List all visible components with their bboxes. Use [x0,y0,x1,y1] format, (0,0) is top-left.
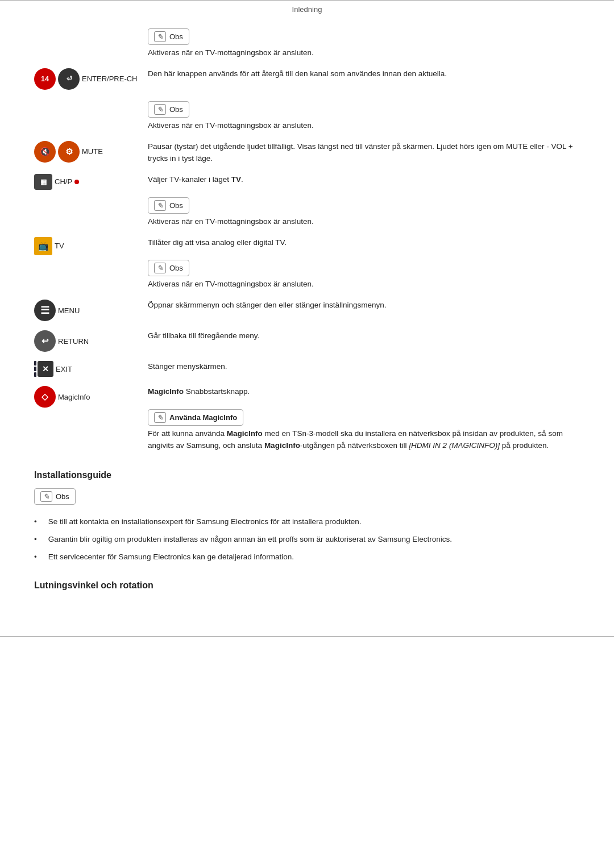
bullet-text-3: Ett servicecenter för Samsung Electronic… [48,551,294,563]
bullet-text-2: Garantin blir ogiltig om produkten insta… [48,534,452,546]
icon-cell-return: ↩ RETURN [34,326,148,356]
tv-icon: 📺 [34,237,52,255]
icon-cell-exit: ✕ EXIT [34,356,148,381]
obs-text-tv: Aktiveras när en TV-mottagningsbox är an… [148,280,314,288]
obs-icon-install: ✎ [40,491,52,502]
obs-text-mute: Aktiveras när en TV-mottagningsbox är an… [148,121,314,130]
desc-cell-obs-mute: ✎ Obs Aktiveras när en TV-mottagningsbox… [148,94,580,136]
desc-cell-magicinfo: MagicInfo Snabbstartsknapp. ✎ Använda Ma… [148,381,580,456]
magicinfo-icon-row: ◇ MagicInfo [34,386,142,408]
desc-cell-enter: Den här knappen används för att återgå t… [148,64,580,94]
magicinfo-anvanda-text: För att kunna använda MagicInfo med en T… [148,429,563,450]
table-row-mute: 🔇 ⚙ MUTE Pausar (tystar) det utgående lj… [34,136,580,169]
exit-label: EXIT [56,365,72,373]
tv-label: TV [55,242,64,250]
table-row-menu: ☰ MENU Öppnar skärmmenyn och stänger den… [34,295,580,326]
obs-box-chp: ✎ Obs [148,197,189,214]
chp-icon-row: ▦ CH/P [34,174,142,190]
menu-label: MENU [58,306,80,315]
content-table: ✎ Obs Aktiveras när en TV-mottagningsbox… [34,22,580,456]
desc-cell-menu: Öppnar skärmmenyn och stänger den eller … [148,295,580,326]
lutningsvinkel-heading: Lutningsvinkel och rotation [34,580,580,591]
obs-icon-magicinfo: ✎ [154,412,166,423]
table-row-exit: ✕ EXIT Stänger menyskärmen. [34,356,580,381]
table-row-obs-mute: ✎ Obs Aktiveras när en TV-mottagningsbox… [34,94,580,136]
enter-desc: Den här knappen används för att återgå t… [148,69,447,78]
main-content: ✎ Obs Aktiveras när en TV-mottagningsbox… [0,22,614,619]
page-footer-border [0,636,614,637]
obs-box-install: ✎ Obs [34,488,76,505]
obs-icon-chp: ✎ [154,200,166,211]
tv-desc: Tillåter dig att visa analog eller digit… [148,238,287,247]
header-title: Inledning [292,5,322,14]
menu-icon: ☰ [34,300,56,321]
obs-text-top: Aktiveras när en TV-mottagningsbox är an… [148,48,314,57]
magicinfo-icon: ◇ [34,386,56,408]
obs-box-magicinfo: ✎ Använda MagicInfo [148,409,243,426]
obs-label-chp: Obs [169,201,183,210]
page-header: Inledning [0,0,614,16]
obs-box-mute: ✎ Obs [148,101,189,118]
list-item: Ett servicecenter för Samsung Electronic… [34,551,580,563]
list-item: Garantin blir ogiltig om produkten insta… [34,534,580,546]
icon-cell-mute: 🔇 ⚙ MUTE [34,136,148,169]
chp-icon: ▦ [34,174,52,190]
table-row-magicinfo: ◇ MagicInfo MagicInfo Snabbstartsknapp. … [34,381,580,456]
mute-desc: Pausar (tystar) det utgående ljudet till… [148,142,573,163]
enter-icon2: ⏎ [58,68,80,90]
obs-icon: ✎ [154,31,166,42]
icon-cell-chp: ▦ CH/P [34,169,148,232]
obs-box-tv: ✎ Obs [148,260,189,276]
enter-label: ENTER/PRE-CH [82,74,138,83]
obs-label-top: Obs [169,32,183,41]
obs-box-top: ✎ Obs [148,28,189,45]
enter-icon1: 14 [34,68,56,90]
exit-desc: Stänger menyskärmen. [148,362,227,371]
icon-cell-tv: 📺 TV [34,232,148,296]
return-icon-row: ↩ RETURN [34,330,142,352]
anvanda-magicinfo-label: Använda MagicInfo [169,413,237,422]
icon-cell-menu: ☰ MENU [34,295,148,326]
mute-icon2: ⚙ [58,141,80,163]
mute-icon-row: 🔇 ⚙ MUTE [34,141,142,163]
chp-desc: Väljer TV-kanaler i läget TV. [148,175,243,184]
return-label: RETURN [58,337,89,346]
obs-label-tv: Obs [169,264,183,272]
menu-icon-row: ☰ MENU [34,300,142,321]
icon-cell-magicinfo: ◇ MagicInfo [34,381,148,456]
obs-label-mute: Obs [169,105,183,114]
installationsguide-heading: Installationsguide [34,470,580,480]
icon-cell-empty2 [34,94,148,136]
page: Inledning ✎ Obs Aktiveras när en TV-mott… [0,0,614,868]
bullet-text-1: Se till att kontakta en installationsexp… [48,516,362,528]
return-desc: Går tillbaka till föregående meny. [148,331,259,340]
table-row: ✎ Obs Aktiveras när en TV-mottagningsbox… [34,22,580,64]
desc-cell-tv: Tillåter dig att visa analog eller digit… [148,232,580,296]
desc-cell-chp: Väljer TV-kanaler i läget TV. ✎ Obs Akti… [148,169,580,232]
obs-label-install: Obs [56,492,69,501]
obs-text-chp: Aktiveras när en TV-mottagningsbox är an… [148,217,314,226]
desc-cell-exit: Stänger menyskärmen. [148,356,580,381]
obs-icon-mute: ✎ [154,104,166,115]
icon-cell-empty [34,22,148,64]
return-icon: ↩ [34,330,56,352]
obs-icon-tv: ✎ [154,263,166,273]
icon-cell-enter: 14 ⏎ ENTER/PRE-CH [34,64,148,94]
exit-icon: ✕ [38,361,53,377]
mute-icon1: 🔇 [34,141,56,163]
chp-label: CH/P [55,177,72,186]
table-row-enter: 14 ⏎ ENTER/PRE-CH Den här knappen använd… [34,64,580,94]
desc-cell-mute: Pausar (tystar) det utgående ljudet till… [148,136,580,169]
mute-label: MUTE [82,147,103,156]
tv-icon-row: 📺 TV [34,237,142,255]
table-row-tv: 📺 TV Tillåter dig att visa analog eller … [34,232,580,296]
enter-icon-row: 14 ⏎ ENTER/PRE-CH [34,68,142,90]
desc-cell-return: Går tillbaka till föregående meny. [148,326,580,356]
magicinfo-label: MagicInfo [58,393,90,401]
list-item: Se till att kontakta en installationsexp… [34,516,580,528]
installationsguide-list: Se till att kontakta en installationsexp… [34,516,580,563]
desc-cell-obs-top: ✎ Obs Aktiveras när en TV-mottagningsbox… [148,22,580,64]
magicinfo-desc: MagicInfo Snabbstartsknapp. [148,387,250,396]
menu-desc: Öppnar skärmmenyn och stänger den eller … [148,301,386,309]
chp-dot [74,180,79,184]
